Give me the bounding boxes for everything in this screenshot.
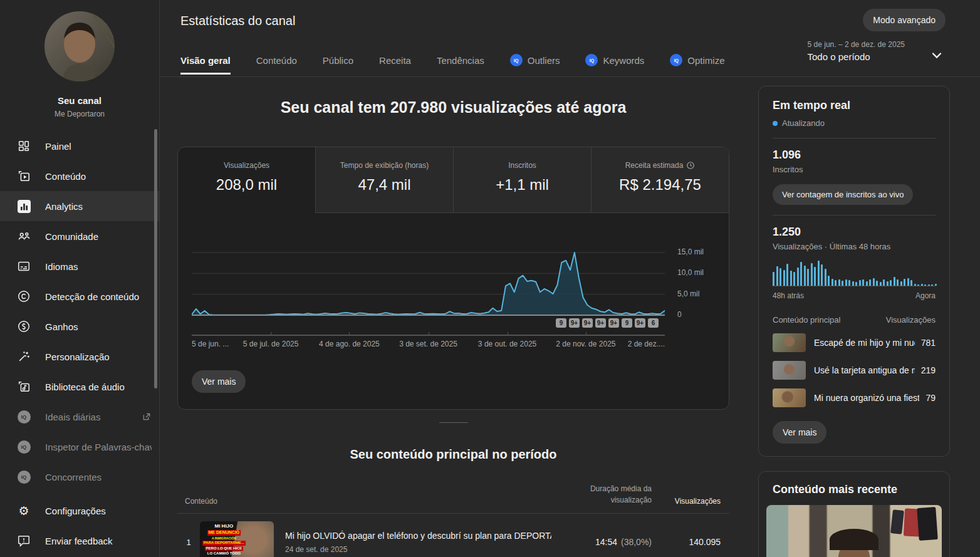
sidebar-item-painel[interactable]: Painel	[0, 131, 159, 161]
settings-gear-icon: ⚙	[16, 503, 31, 518]
video-count-badge[interactable]: 9+	[595, 318, 606, 328]
section-divider	[439, 422, 468, 423]
chevron-down-icon[interactable]	[929, 48, 944, 63]
realtime-list-item[interactable]: Mi nuera organizó una fiesta... 79	[773, 388, 936, 407]
table-row[interactable]: 1 MI HIJO ME DENUNCIÓ A INMIGRACIÓN PARA…	[177, 514, 729, 557]
tab-visao-geral[interactable]: Visão geral	[180, 55, 231, 75]
video-thumbnail	[773, 333, 806, 352]
metric-tab-inscritos[interactable]: Inscritos +1,1 mil	[453, 147, 591, 213]
page-title: Estatísticas do canal	[180, 14, 295, 28]
sidebar-item-analytics[interactable]: Analytics	[0, 191, 159, 221]
published-video-badges: 9 9+ 9+ 9+ 9+ 9 9+ 6	[556, 318, 659, 328]
metric-tab-receita-estimada[interactable]: Receita estimada R$ 2.194,75	[591, 147, 729, 213]
video-count-badge[interactable]: 6	[648, 318, 659, 328]
vidiq-icon: IQ	[510, 54, 523, 66]
video-thumbnail	[773, 361, 806, 380]
realtime-48h-bar-chart[interactable]	[773, 261, 936, 286]
date-range-text: 5 de jun. – 2 de dez. de 2025	[808, 40, 905, 49]
dashboard-icon	[16, 138, 31, 154]
content-scroll-area: Seu canal tem 207.980 visualizações até …	[160, 77, 980, 557]
recent-video-thumbnail[interactable]	[766, 505, 942, 557]
realtime-views-label: Visualizações · Últimas 48 horas	[773, 242, 936, 251]
tab-receita[interactable]: Receita	[379, 55, 411, 75]
video-title: Usé la tarjeta antigua de m...	[814, 365, 915, 375]
overview-see-more-button[interactable]: Ver mais	[192, 370, 246, 393]
realtime-card: Em tempo real Atualizando 1.096 Inscrito…	[758, 86, 950, 457]
top-content-heading: Seu conteúdo principal no período	[177, 447, 729, 462]
date-range-selector[interactable]: 5 de jun. – 2 de dez. de 2025 Todo o per…	[808, 40, 905, 62]
table-header: Conteúdo Duração média da visualização V…	[177, 483, 729, 514]
video-count-badge[interactable]: 9+	[569, 318, 580, 328]
tab-conteudo[interactable]: Conteúdo	[256, 55, 297, 75]
x-axis-labels: 5 de jun. ... 5 de jul. de 2025 4 de ago…	[192, 340, 665, 350]
col-conteudo[interactable]: Conteúdo	[185, 497, 551, 506]
sidebar-item-ideais-diarias[interactable]: IQ Ideais diárias	[0, 402, 159, 432]
realtime-list-item[interactable]: Escapé de mi hijo y mi nuer... 781	[773, 333, 936, 352]
realtime-title: Em tempo real	[773, 99, 936, 112]
video-count-badge[interactable]: 9	[622, 318, 632, 328]
vidiq-icon: IQ	[585, 54, 598, 66]
channel-name: Me Deportaron	[0, 110, 159, 118]
col-duracao-media[interactable]: Duração média da visualização	[551, 483, 652, 506]
video-title: Mi nuera organizó una fiesta...	[814, 393, 919, 403]
metric-tab-tempo-exibicao[interactable]: Tempo de exibição (horas) 47,4 mil	[315, 147, 453, 213]
video-title: Mi hijo OLVIDÓ apagar el teléfono y desc…	[285, 531, 551, 541]
axis-label-48h: 48h atrás	[773, 291, 804, 300]
tab-keywords[interactable]: IQKeywords	[585, 54, 644, 75]
col-visualizacoes[interactable]: Visualizações	[652, 497, 721, 506]
video-thumbnail: MI HIJO ME DENUNCIÓ A INMIGRACIÓN PARA D…	[200, 521, 274, 557]
realtime-list-item[interactable]: Usé la tarjeta antigua de m... 219	[773, 361, 936, 380]
sidebar-item-biblioteca-audio[interactable]: Biblioteca de áudio	[0, 372, 159, 402]
video-count-badge[interactable]: 9	[556, 318, 566, 328]
tab-optimize[interactable]: IQOptimize	[670, 54, 724, 75]
recent-content-title: Conteúdo mais recente	[773, 483, 942, 496]
sidebar-item-idiomas[interactable]: Idiomas	[0, 251, 159, 281]
channel-title: Seu canal	[0, 95, 159, 106]
avg-view-duration: 14:54(38,0%)	[551, 537, 652, 547]
tab-tendencias[interactable]: Tendências	[437, 55, 484, 75]
live-subscriber-count-button[interactable]: Ver contagem de inscritos ao vivo	[773, 184, 913, 205]
community-icon	[16, 229, 31, 244]
vidiq-icon: IQ	[16, 439, 31, 454]
realtime-views: 1.250	[773, 226, 936, 239]
content-icon	[16, 169, 31, 184]
earnings-icon	[16, 319, 31, 334]
views-count: 219	[921, 365, 936, 375]
sidebar-item-inspetor-palavras-chave[interactable]: IQ Inspetor de Palavras-chav	[0, 432, 159, 462]
axis-label-now: Agora	[915, 291, 936, 300]
overview-analytics-card: Visualizações 208,0 mil Tempo de exibiçã…	[177, 147, 729, 410]
main-region: Estatísticas do canal Modo avançado Visã…	[160, 0, 980, 557]
views-line-chart[interactable]: 15,0 mil 10,0 mil 5,0 mil 0 9 9+ 9+ 9+ 9…	[192, 245, 665, 353]
views-count: 140.095	[652, 537, 721, 547]
video-count-badge[interactable]: 9+	[608, 318, 619, 328]
realtime-subscribers: 1.096	[773, 148, 936, 162]
audio-library-icon	[16, 379, 31, 394]
video-count-badge[interactable]: 9+	[635, 318, 645, 328]
analytics-icon	[16, 199, 31, 214]
sidebar-item-concorrentes[interactable]: IQ Concorrentes	[0, 462, 159, 492]
sidebar-item-configuracoes[interactable]: ⚙ Configurações	[0, 496, 159, 526]
views-label: Visualizações	[886, 315, 936, 325]
realtime-see-more-button[interactable]: Ver mais	[773, 421, 826, 444]
sidebar-item-ganhos[interactable]: Ganhos	[0, 311, 159, 341]
feedback-icon	[16, 533, 31, 548]
tab-outliers[interactable]: IQOutliers	[510, 54, 560, 75]
views-count: 79	[925, 393, 936, 403]
sidebar-item-enviar-feedback[interactable]: Enviar feedback	[0, 526, 159, 556]
metric-tab-visualizacoes[interactable]: Visualizações 208,0 mil	[178, 147, 315, 213]
row-rank: 1	[177, 538, 200, 547]
sidebar-item-personalizacao[interactable]: Personalização	[0, 341, 159, 372]
channel-avatar[interactable]	[44, 11, 115, 81]
analytics-tabs: Visão geral Conteúdo Público Receita Ten…	[180, 54, 751, 75]
top-content-table: Conteúdo Duração média da visualização V…	[177, 483, 729, 557]
period-label: Todo o período	[808, 51, 905, 62]
sidebar-item-conteudo[interactable]: Conteúdo	[0, 161, 159, 191]
tab-publico[interactable]: Público	[323, 55, 353, 75]
sidebar-item-comunidade[interactable]: Comunidade	[0, 221, 159, 251]
x-axis-line	[192, 335, 665, 336]
video-count-badge[interactable]: 9+	[582, 318, 593, 328]
views-headline: Seu canal tem 207.980 visualizações até …	[177, 98, 729, 118]
sidebar-scrollbar[interactable]	[154, 129, 157, 388]
sidebar-item-deteccao-conteudo[interactable]: Detecção de conteúdo	[0, 281, 159, 311]
advanced-mode-button[interactable]: Modo avançado	[863, 9, 946, 31]
